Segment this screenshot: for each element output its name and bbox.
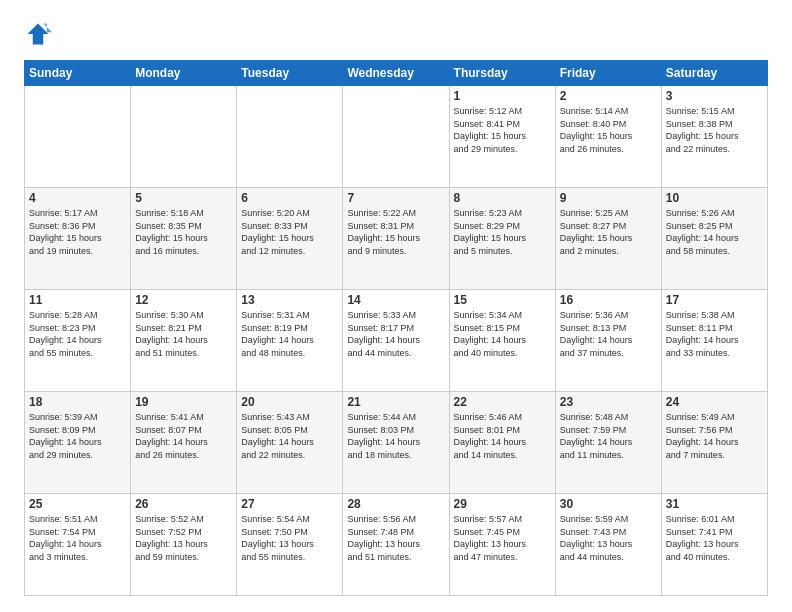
calendar-header-friday: Friday bbox=[555, 61, 661, 86]
day-number: 5 bbox=[135, 191, 232, 205]
day-info: Sunrise: 5:15 AM Sunset: 8:38 PM Dayligh… bbox=[666, 105, 763, 155]
calendar-cell: 5Sunrise: 5:18 AM Sunset: 8:35 PM Daylig… bbox=[131, 188, 237, 290]
calendar: SundayMondayTuesdayWednesdayThursdayFrid… bbox=[24, 60, 768, 596]
calendar-cell: 25Sunrise: 5:51 AM Sunset: 7:54 PM Dayli… bbox=[25, 494, 131, 596]
day-info: Sunrise: 5:38 AM Sunset: 8:11 PM Dayligh… bbox=[666, 309, 763, 359]
calendar-cell: 6Sunrise: 5:20 AM Sunset: 8:33 PM Daylig… bbox=[237, 188, 343, 290]
calendar-week-4: 18Sunrise: 5:39 AM Sunset: 8:09 PM Dayli… bbox=[25, 392, 768, 494]
day-info: Sunrise: 5:46 AM Sunset: 8:01 PM Dayligh… bbox=[454, 411, 551, 461]
day-number: 8 bbox=[454, 191, 551, 205]
day-info: Sunrise: 5:36 AM Sunset: 8:13 PM Dayligh… bbox=[560, 309, 657, 359]
calendar-cell: 27Sunrise: 5:54 AM Sunset: 7:50 PM Dayli… bbox=[237, 494, 343, 596]
day-number: 6 bbox=[241, 191, 338, 205]
day-number: 17 bbox=[666, 293, 763, 307]
calendar-cell: 9Sunrise: 5:25 AM Sunset: 8:27 PM Daylig… bbox=[555, 188, 661, 290]
day-info: Sunrise: 6:01 AM Sunset: 7:41 PM Dayligh… bbox=[666, 513, 763, 563]
svg-marker-0 bbox=[28, 24, 49, 45]
calendar-cell: 24Sunrise: 5:49 AM Sunset: 7:56 PM Dayli… bbox=[661, 392, 767, 494]
calendar-header-monday: Monday bbox=[131, 61, 237, 86]
day-info: Sunrise: 5:56 AM Sunset: 7:48 PM Dayligh… bbox=[347, 513, 444, 563]
page: SundayMondayTuesdayWednesdayThursdayFrid… bbox=[0, 0, 792, 612]
day-number: 24 bbox=[666, 395, 763, 409]
day-number: 28 bbox=[347, 497, 444, 511]
calendar-cell bbox=[343, 86, 449, 188]
logo-icon bbox=[24, 20, 52, 48]
day-number: 31 bbox=[666, 497, 763, 511]
calendar-header-thursday: Thursday bbox=[449, 61, 555, 86]
day-info: Sunrise: 5:51 AM Sunset: 7:54 PM Dayligh… bbox=[29, 513, 126, 563]
calendar-cell: 15Sunrise: 5:34 AM Sunset: 8:15 PM Dayli… bbox=[449, 290, 555, 392]
day-info: Sunrise: 5:25 AM Sunset: 8:27 PM Dayligh… bbox=[560, 207, 657, 257]
day-info: Sunrise: 5:26 AM Sunset: 8:25 PM Dayligh… bbox=[666, 207, 763, 257]
calendar-cell: 11Sunrise: 5:28 AM Sunset: 8:23 PM Dayli… bbox=[25, 290, 131, 392]
day-info: Sunrise: 5:22 AM Sunset: 8:31 PM Dayligh… bbox=[347, 207, 444, 257]
calendar-week-1: 1Sunrise: 5:12 AM Sunset: 8:41 PM Daylig… bbox=[25, 86, 768, 188]
day-number: 30 bbox=[560, 497, 657, 511]
day-number: 9 bbox=[560, 191, 657, 205]
calendar-cell: 18Sunrise: 5:39 AM Sunset: 8:09 PM Dayli… bbox=[25, 392, 131, 494]
day-number: 11 bbox=[29, 293, 126, 307]
day-number: 26 bbox=[135, 497, 232, 511]
day-number: 3 bbox=[666, 89, 763, 103]
day-info: Sunrise: 5:18 AM Sunset: 8:35 PM Dayligh… bbox=[135, 207, 232, 257]
calendar-header-tuesday: Tuesday bbox=[237, 61, 343, 86]
calendar-cell: 10Sunrise: 5:26 AM Sunset: 8:25 PM Dayli… bbox=[661, 188, 767, 290]
day-number: 20 bbox=[241, 395, 338, 409]
day-number: 13 bbox=[241, 293, 338, 307]
day-info: Sunrise: 5:43 AM Sunset: 8:05 PM Dayligh… bbox=[241, 411, 338, 461]
calendar-cell: 17Sunrise: 5:38 AM Sunset: 8:11 PM Dayli… bbox=[661, 290, 767, 392]
calendar-cell bbox=[237, 86, 343, 188]
day-info: Sunrise: 5:14 AM Sunset: 8:40 PM Dayligh… bbox=[560, 105, 657, 155]
calendar-cell bbox=[25, 86, 131, 188]
day-info: Sunrise: 5:28 AM Sunset: 8:23 PM Dayligh… bbox=[29, 309, 126, 359]
calendar-cell: 13Sunrise: 5:31 AM Sunset: 8:19 PM Dayli… bbox=[237, 290, 343, 392]
calendar-cell: 16Sunrise: 5:36 AM Sunset: 8:13 PM Dayli… bbox=[555, 290, 661, 392]
calendar-header-wednesday: Wednesday bbox=[343, 61, 449, 86]
day-number: 27 bbox=[241, 497, 338, 511]
calendar-week-5: 25Sunrise: 5:51 AM Sunset: 7:54 PM Dayli… bbox=[25, 494, 768, 596]
header bbox=[24, 20, 768, 48]
day-info: Sunrise: 5:30 AM Sunset: 8:21 PM Dayligh… bbox=[135, 309, 232, 359]
day-number: 16 bbox=[560, 293, 657, 307]
calendar-cell: 2Sunrise: 5:14 AM Sunset: 8:40 PM Daylig… bbox=[555, 86, 661, 188]
calendar-header-saturday: Saturday bbox=[661, 61, 767, 86]
calendar-cell: 26Sunrise: 5:52 AM Sunset: 7:52 PM Dayli… bbox=[131, 494, 237, 596]
day-info: Sunrise: 5:39 AM Sunset: 8:09 PM Dayligh… bbox=[29, 411, 126, 461]
day-info: Sunrise: 5:23 AM Sunset: 8:29 PM Dayligh… bbox=[454, 207, 551, 257]
day-info: Sunrise: 5:49 AM Sunset: 7:56 PM Dayligh… bbox=[666, 411, 763, 461]
day-number: 15 bbox=[454, 293, 551, 307]
calendar-cell: 1Sunrise: 5:12 AM Sunset: 8:41 PM Daylig… bbox=[449, 86, 555, 188]
calendar-week-3: 11Sunrise: 5:28 AM Sunset: 8:23 PM Dayli… bbox=[25, 290, 768, 392]
calendar-cell: 28Sunrise: 5:56 AM Sunset: 7:48 PM Dayli… bbox=[343, 494, 449, 596]
day-info: Sunrise: 5:59 AM Sunset: 7:43 PM Dayligh… bbox=[560, 513, 657, 563]
day-info: Sunrise: 5:48 AM Sunset: 7:59 PM Dayligh… bbox=[560, 411, 657, 461]
calendar-header-row: SundayMondayTuesdayWednesdayThursdayFrid… bbox=[25, 61, 768, 86]
calendar-header-sunday: Sunday bbox=[25, 61, 131, 86]
day-info: Sunrise: 5:57 AM Sunset: 7:45 PM Dayligh… bbox=[454, 513, 551, 563]
calendar-cell: 21Sunrise: 5:44 AM Sunset: 8:03 PM Dayli… bbox=[343, 392, 449, 494]
day-number: 10 bbox=[666, 191, 763, 205]
day-number: 25 bbox=[29, 497, 126, 511]
day-info: Sunrise: 5:31 AM Sunset: 8:19 PM Dayligh… bbox=[241, 309, 338, 359]
calendar-cell: 30Sunrise: 5:59 AM Sunset: 7:43 PM Dayli… bbox=[555, 494, 661, 596]
day-number: 29 bbox=[454, 497, 551, 511]
day-info: Sunrise: 5:33 AM Sunset: 8:17 PM Dayligh… bbox=[347, 309, 444, 359]
day-number: 12 bbox=[135, 293, 232, 307]
calendar-cell: 7Sunrise: 5:22 AM Sunset: 8:31 PM Daylig… bbox=[343, 188, 449, 290]
day-info: Sunrise: 5:52 AM Sunset: 7:52 PM Dayligh… bbox=[135, 513, 232, 563]
day-number: 2 bbox=[560, 89, 657, 103]
calendar-cell: 20Sunrise: 5:43 AM Sunset: 8:05 PM Dayli… bbox=[237, 392, 343, 494]
day-number: 18 bbox=[29, 395, 126, 409]
day-number: 19 bbox=[135, 395, 232, 409]
calendar-cell: 3Sunrise: 5:15 AM Sunset: 8:38 PM Daylig… bbox=[661, 86, 767, 188]
day-number: 21 bbox=[347, 395, 444, 409]
calendar-cell: 19Sunrise: 5:41 AM Sunset: 8:07 PM Dayli… bbox=[131, 392, 237, 494]
day-info: Sunrise: 5:41 AM Sunset: 8:07 PM Dayligh… bbox=[135, 411, 232, 461]
calendar-week-2: 4Sunrise: 5:17 AM Sunset: 8:36 PM Daylig… bbox=[25, 188, 768, 290]
day-number: 4 bbox=[29, 191, 126, 205]
calendar-cell: 4Sunrise: 5:17 AM Sunset: 8:36 PM Daylig… bbox=[25, 188, 131, 290]
calendar-cell: 31Sunrise: 6:01 AM Sunset: 7:41 PM Dayli… bbox=[661, 494, 767, 596]
day-info: Sunrise: 5:20 AM Sunset: 8:33 PM Dayligh… bbox=[241, 207, 338, 257]
day-info: Sunrise: 5:17 AM Sunset: 8:36 PM Dayligh… bbox=[29, 207, 126, 257]
day-number: 22 bbox=[454, 395, 551, 409]
